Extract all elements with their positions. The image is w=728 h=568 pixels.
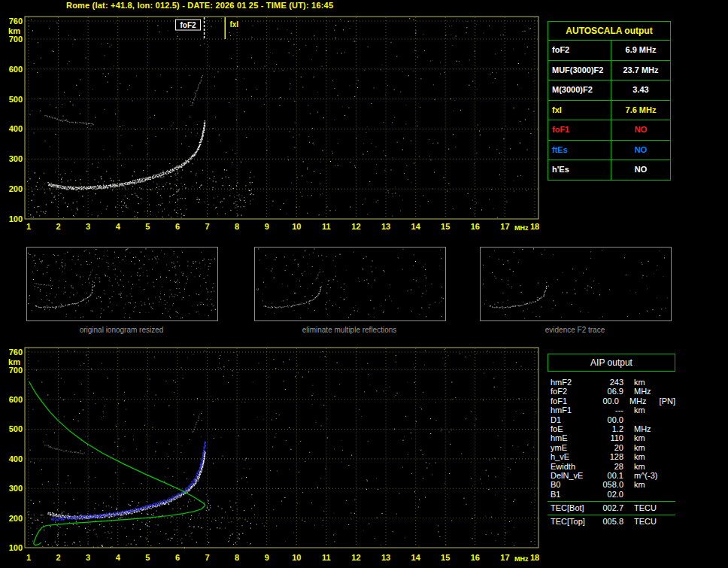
svg-text:100: 100 bbox=[9, 543, 23, 552]
svg-text:13: 13 bbox=[381, 222, 390, 231]
aip-row-note bbox=[661, 517, 675, 526]
svg-text:12: 12 bbox=[351, 222, 360, 231]
svg-text:9: 9 bbox=[265, 222, 269, 231]
aip-row-label: TEC[Top] bbox=[551, 517, 592, 526]
svg-text:6: 6 bbox=[175, 222, 180, 231]
aip-row-label: hmE bbox=[551, 433, 592, 442]
svg-text:9: 9 bbox=[265, 553, 269, 562]
table-row: MUF(3000)F223.7 MHz bbox=[548, 61, 670, 81]
aip-row-value: 002.7 bbox=[592, 503, 623, 512]
aip-row-note bbox=[661, 378, 675, 387]
autoscala-output-table: AUTOSCALA output foF26.9 MHzMUF(3000)F22… bbox=[548, 21, 671, 181]
aip-row-note bbox=[661, 405, 675, 415]
svg-text:3: 3 bbox=[86, 553, 90, 562]
table-row: foF100.0MHz[PN] bbox=[548, 396, 675, 405]
svg-text:8: 8 bbox=[235, 222, 239, 231]
thumbnail-evidence-f2-trace bbox=[480, 247, 672, 321]
svg-text:700: 700 bbox=[9, 35, 23, 44]
aip-row-note bbox=[661, 462, 675, 471]
svg-text:14: 14 bbox=[411, 222, 421, 231]
svg-text:2: 2 bbox=[56, 222, 61, 231]
svg-text:10: 10 bbox=[292, 222, 301, 231]
aip-row-unit: km bbox=[623, 480, 661, 489]
aip-row-note: [PN] bbox=[655, 396, 675, 405]
table-row: fxI7.6 MHz bbox=[548, 101, 670, 121]
svg-text:16: 16 bbox=[471, 553, 480, 562]
svg-text:1: 1 bbox=[26, 222, 31, 231]
aip-row-note bbox=[661, 452, 675, 461]
thumbnail-eliminate-reflections bbox=[254, 247, 446, 321]
svg-text:600: 600 bbox=[9, 65, 23, 74]
svg-text:760: 760 bbox=[9, 348, 23, 357]
svg-text:1: 1 bbox=[26, 553, 31, 562]
aip-row-unit: m^(-3) bbox=[623, 471, 661, 480]
table-row: ymE20km bbox=[548, 443, 675, 452]
table-row: foF26.9 MHz bbox=[548, 41, 670, 61]
aip-row-label: DelN_vE bbox=[551, 471, 592, 480]
aip-output-table: AIP output hmF2243kmfoF206.9MHzfoF100.0M… bbox=[548, 354, 675, 527]
aip-row-label: D1 bbox=[551, 415, 592, 424]
table-row: h'EsNO bbox=[548, 160, 670, 180]
aip-separator bbox=[548, 515, 675, 515]
aip-row-label: B1 bbox=[551, 490, 592, 499]
aip-row-unit: MHz bbox=[623, 424, 661, 433]
svg-text:MHz: MHz bbox=[514, 224, 529, 232]
aip-row-value: 00.0 bbox=[590, 396, 619, 405]
table-row: M(3000)F23.43 bbox=[548, 80, 670, 101]
autoscala-row-label: fxI bbox=[548, 101, 611, 120]
svg-text:100: 100 bbox=[9, 214, 23, 223]
autoscala-row-value: NO bbox=[611, 160, 670, 180]
aip-row-note bbox=[661, 433, 675, 442]
aip-row-label: foE bbox=[551, 424, 592, 433]
svg-text:300: 300 bbox=[9, 154, 23, 163]
autoscala-row-label: M(3000)F2 bbox=[548, 80, 611, 100]
svg-text:15: 15 bbox=[441, 222, 450, 231]
autoscala-row-value: NO bbox=[611, 120, 670, 140]
table-row: Ewidth28km bbox=[548, 462, 675, 471]
aip-row-unit bbox=[623, 490, 661, 499]
svg-text:7: 7 bbox=[205, 222, 209, 231]
aip-row-unit: TECU bbox=[623, 517, 661, 526]
aip-row-note bbox=[661, 424, 675, 433]
svg-text:18: 18 bbox=[530, 553, 539, 562]
autoscala-table-rows: foF26.9 MHzMUF(3000)F223.7 MHzM(3000)F23… bbox=[548, 41, 670, 180]
svg-text:700: 700 bbox=[9, 366, 23, 375]
aip-row-unit: km bbox=[623, 405, 661, 415]
svg-text:km: km bbox=[8, 26, 20, 35]
aip-row-value: 058.0 bbox=[592, 480, 623, 489]
aip-row-value: --- bbox=[592, 405, 623, 415]
svg-text:11: 11 bbox=[322, 222, 331, 231]
page-title: Rome (lat: +41.8, lon: 012.5) - DATE: 20… bbox=[66, 1, 333, 10]
bottom-ionogram-plot: 123456789101112131415161718MHz7607006005… bbox=[0, 343, 543, 568]
svg-text:2: 2 bbox=[56, 553, 61, 562]
table-row: D100.0 bbox=[548, 415, 675, 424]
table-row: h_vE128km bbox=[548, 452, 675, 461]
svg-text:foF2: foF2 bbox=[180, 21, 197, 29]
svg-text:16: 16 bbox=[471, 222, 480, 231]
table-row: foF206.9MHz bbox=[548, 387, 675, 396]
svg-text:200: 200 bbox=[9, 184, 23, 193]
top-ionogram-plot: 123456789101112131415161718MHz7607006005… bbox=[0, 12, 543, 239]
svg-text:17: 17 bbox=[500, 553, 509, 562]
svg-text:400: 400 bbox=[9, 454, 23, 463]
autoscala-row-value: 7.6 MHz bbox=[611, 101, 670, 120]
svg-text:3: 3 bbox=[86, 222, 90, 231]
aip-row-note bbox=[661, 490, 675, 499]
aip-row-note bbox=[661, 503, 675, 512]
svg-text:15: 15 bbox=[441, 553, 450, 562]
aip-row-unit: km bbox=[623, 462, 661, 471]
svg-text:7: 7 bbox=[205, 553, 209, 562]
aip-row-label: hmF2 bbox=[551, 378, 592, 387]
table-row: hmE110km bbox=[548, 433, 675, 442]
aip-row-label: hmF1 bbox=[551, 405, 592, 415]
aip-table-header: AIP output bbox=[548, 354, 675, 372]
svg-text:4: 4 bbox=[116, 222, 121, 231]
aip-row-label: ymE bbox=[551, 443, 592, 452]
aip-row-unit: MHz bbox=[623, 387, 661, 396]
aip-separator bbox=[548, 501, 675, 502]
aip-row-value: 02.0 bbox=[592, 490, 623, 499]
aip-row-label: foF2 bbox=[551, 387, 592, 396]
aip-row-note bbox=[661, 443, 675, 452]
aip-row-note bbox=[661, 471, 675, 480]
svg-text:11: 11 bbox=[322, 553, 331, 562]
